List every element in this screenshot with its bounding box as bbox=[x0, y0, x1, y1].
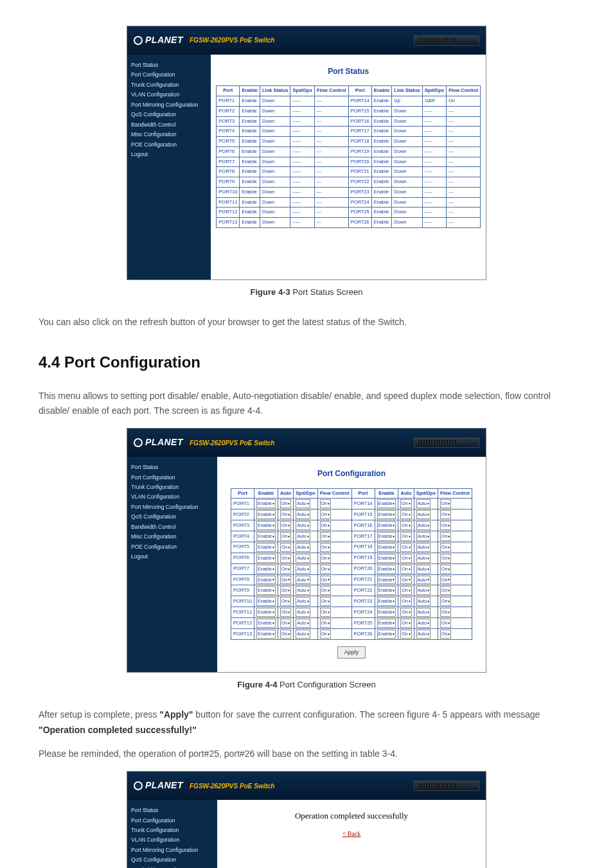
enable-select[interactable]: Enable bbox=[256, 576, 276, 585]
sidebar-item[interactable]: QoS Configuration bbox=[131, 512, 213, 521]
sidebar-item[interactable]: VLAN Configuration bbox=[131, 492, 213, 501]
enable-select[interactable]: Enable bbox=[377, 619, 396, 628]
flow-select[interactable]: On bbox=[440, 630, 451, 639]
flow-select[interactable]: On bbox=[320, 608, 331, 617]
auto-select[interactable]: On bbox=[280, 532, 291, 541]
spd-select[interactable]: Auto bbox=[296, 597, 310, 606]
sidebar-item[interactable]: Port Status bbox=[131, 60, 207, 69]
flow-select[interactable]: On bbox=[440, 608, 451, 617]
spd-select[interactable]: Auto bbox=[416, 554, 431, 563]
enable-select[interactable]: Enable bbox=[256, 586, 276, 595]
flow-select[interactable]: On bbox=[440, 554, 451, 563]
auto-select[interactable]: On bbox=[280, 630, 291, 639]
flow-select[interactable]: On bbox=[320, 565, 331, 574]
auto-select[interactable]: On bbox=[280, 554, 291, 563]
flow-select[interactable]: On bbox=[440, 619, 451, 628]
spd-select[interactable]: Auto bbox=[296, 619, 310, 628]
enable-select[interactable]: Enable bbox=[256, 565, 276, 574]
auto-select[interactable]: On bbox=[400, 597, 411, 606]
auto-select[interactable]: On bbox=[400, 630, 411, 639]
spd-select[interactable]: Auto bbox=[416, 619, 431, 628]
auto-select[interactable]: On bbox=[280, 521, 291, 530]
spd-select[interactable]: Auto bbox=[296, 630, 310, 639]
auto-select[interactable]: On bbox=[280, 608, 291, 617]
sidebar-item[interactable]: Bandwidth Control bbox=[131, 120, 207, 129]
flow-select[interactable]: On bbox=[320, 499, 331, 508]
flow-select[interactable]: On bbox=[440, 565, 451, 574]
enable-select[interactable]: Enable bbox=[377, 532, 396, 541]
spd-select[interactable]: Auto bbox=[416, 532, 431, 541]
flow-select[interactable]: On bbox=[320, 510, 331, 519]
enable-select[interactable]: Enable bbox=[256, 543, 276, 552]
auto-select[interactable]: On bbox=[280, 510, 291, 519]
sidebar-item[interactable]: Logout bbox=[131, 150, 207, 159]
sidebar-item[interactable]: VLAN Configuration bbox=[131, 90, 207, 99]
sidebar-item[interactable]: Port Configuration bbox=[131, 70, 207, 79]
enable-select[interactable]: Enable bbox=[256, 532, 276, 541]
flow-select[interactable]: On bbox=[320, 586, 331, 595]
auto-select[interactable]: On bbox=[280, 619, 291, 628]
enable-select[interactable]: Enable bbox=[256, 608, 276, 617]
auto-select[interactable]: On bbox=[400, 510, 411, 519]
auto-select[interactable]: On bbox=[280, 565, 291, 574]
sidebar-item[interactable]: Port Mirroring Configuration bbox=[131, 502, 213, 511]
enable-select[interactable]: Enable bbox=[256, 499, 276, 508]
spd-select[interactable]: Auto bbox=[296, 532, 310, 541]
sidebar-item[interactable]: QoS Configuration bbox=[131, 110, 207, 119]
spd-select[interactable]: Auto bbox=[296, 499, 310, 508]
flow-select[interactable]: On bbox=[440, 576, 451, 585]
auto-select[interactable]: On bbox=[400, 521, 411, 530]
flow-select[interactable]: On bbox=[440, 510, 451, 519]
auto-select[interactable]: On bbox=[400, 565, 411, 574]
auto-select[interactable]: On bbox=[280, 543, 291, 552]
enable-select[interactable]: Enable bbox=[256, 554, 276, 563]
flow-select[interactable]: On bbox=[320, 521, 331, 530]
spd-select[interactable]: Auto bbox=[416, 521, 431, 530]
flow-select[interactable]: On bbox=[320, 597, 331, 606]
sidebar-item[interactable]: Misc Configuration bbox=[131, 532, 213, 541]
auto-select[interactable]: On bbox=[400, 619, 411, 628]
auto-select[interactable]: On bbox=[400, 576, 411, 585]
sidebar-item[interactable]: Logout bbox=[131, 552, 213, 561]
sidebar-item[interactable]: Port Mirroring Configuration bbox=[131, 846, 213, 855]
enable-select[interactable]: Enable bbox=[377, 586, 396, 595]
auto-select[interactable]: On bbox=[280, 586, 291, 595]
apply-button[interactable]: Apply bbox=[337, 646, 366, 659]
auto-select[interactable]: On bbox=[400, 543, 411, 552]
spd-select[interactable]: Auto bbox=[416, 510, 431, 519]
enable-select[interactable]: Enable bbox=[256, 510, 276, 519]
spd-select[interactable]: Auto bbox=[416, 630, 431, 639]
spd-select[interactable]: Auto bbox=[296, 543, 310, 552]
spd-select[interactable]: Auto bbox=[416, 499, 431, 508]
sidebar-item[interactable]: Port Status bbox=[131, 806, 213, 815]
back-link[interactable]: < Back bbox=[222, 828, 481, 839]
spd-select[interactable]: Auto bbox=[296, 576, 310, 585]
enable-select[interactable]: Enable bbox=[377, 608, 396, 617]
spd-select[interactable]: Auto bbox=[296, 554, 310, 563]
enable-select[interactable]: Enable bbox=[377, 510, 396, 519]
sidebar-item[interactable]: Bandwidth Control bbox=[131, 522, 213, 531]
sidebar-item[interactable]: Trunk Configuration bbox=[131, 80, 207, 89]
flow-select[interactable]: On bbox=[440, 597, 451, 606]
flow-select[interactable]: On bbox=[320, 630, 331, 639]
sidebar-item[interactable]: Port Configuration bbox=[131, 816, 213, 825]
auto-select[interactable]: On bbox=[280, 576, 291, 585]
spd-select[interactable]: Auto bbox=[416, 565, 431, 574]
sidebar-item[interactable]: Port Status bbox=[131, 463, 213, 472]
enable-select[interactable]: Enable bbox=[256, 521, 276, 530]
flow-select[interactable]: On bbox=[320, 576, 331, 585]
auto-select[interactable]: On bbox=[400, 499, 411, 508]
enable-select[interactable]: Enable bbox=[377, 554, 396, 563]
spd-select[interactable]: Auto bbox=[296, 565, 310, 574]
sidebar-item[interactable]: Misc Configuration bbox=[131, 130, 207, 139]
spd-select[interactable]: Auto bbox=[296, 586, 310, 595]
flow-select[interactable]: On bbox=[320, 554, 331, 563]
spd-select[interactable]: Auto bbox=[416, 576, 431, 585]
sidebar-item[interactable]: Bandwidth Control bbox=[131, 865, 213, 868]
flow-select[interactable]: On bbox=[320, 532, 331, 541]
sidebar-item[interactable]: POE Configuration bbox=[131, 542, 213, 551]
spd-select[interactable]: Auto bbox=[416, 586, 431, 595]
auto-select[interactable]: On bbox=[400, 586, 411, 595]
sidebar-item[interactable]: QoS Configuration bbox=[131, 855, 213, 864]
flow-select[interactable]: On bbox=[440, 543, 451, 552]
